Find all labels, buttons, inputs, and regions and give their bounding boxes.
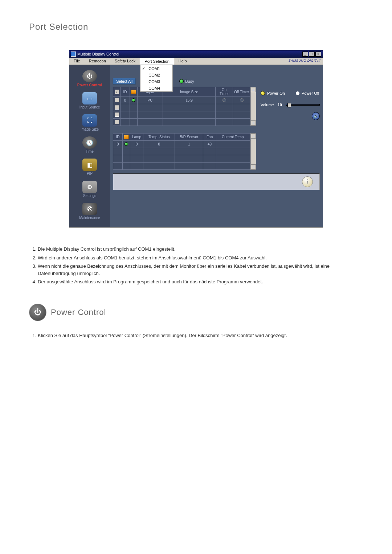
sidebar-item-power-control[interactable]: ⏻ Power Control [69, 69, 110, 91]
scroll-down-button[interactable]: ▼ [251, 164, 256, 169]
port-option-com1[interactable]: ✓ COM1 [140, 65, 172, 72]
select-all-checkbox[interactable] [115, 90, 119, 94]
table-row[interactable]: 0 0 0 1 49 [113, 141, 250, 148]
sidebar-item-input-source[interactable]: ▭ Input Source [69, 91, 110, 113]
table-row[interactable] [113, 148, 250, 155]
port-option-com4[interactable]: COM4 [140, 85, 172, 91]
menu-remocon[interactable]: Remocon [85, 58, 110, 65]
sidebar-label: Maintenance [69, 216, 110, 220]
menu-file[interactable]: File [69, 58, 85, 65]
cell-temp-status: 0 [143, 141, 175, 148]
sidebar-item-maintenance[interactable]: 🛠 Maintenance [69, 201, 110, 223]
doc-list-2: Klicken Sie auf das Hauptsymbol "Power C… [29, 332, 363, 339]
clock-icon: 🕓 [82, 136, 97, 149]
power-panel: Power On Power Off Volume 10 [256, 87, 320, 170]
sidebar-item-time[interactable]: 🕓 Time [69, 135, 110, 157]
row-checkbox[interactable] [115, 112, 119, 117]
port-option-com2[interactable]: COM2 [140, 72, 172, 78]
display-table: ID Input Image Size On Timer Off Timer [113, 87, 250, 126]
col-temp-status: Temp. Status [143, 134, 175, 141]
table-row[interactable] [113, 104, 250, 111]
table-row[interactable]: 0 PC 16:9 [113, 97, 250, 104]
col-fan: Fan [203, 134, 216, 141]
power-on-dot-icon [261, 91, 265, 95]
sidebar-item-pip[interactable]: ◧ PIP [69, 157, 110, 179]
table-row[interactable] [113, 119, 250, 126]
app-icon [71, 52, 76, 57]
sidebar-label: Settings [69, 194, 110, 198]
col-current-temp: Current Temp. [216, 134, 250, 141]
port-dropdown: ✓ COM1 COM2 COM3 COM4 [140, 65, 173, 92]
volume-slider[interactable] [286, 104, 320, 106]
section-title-text: Power Control [51, 308, 106, 317]
scroll-down-button[interactable]: ▼ [251, 120, 256, 126]
menubar: File Remocon Safety Lock Port Selection … [69, 58, 323, 65]
input-icon: ▭ [82, 92, 97, 104]
power-off-radio-icon [296, 91, 299, 95]
minimize-button[interactable]: _ [302, 52, 308, 57]
menu-safety-lock[interactable]: Safety Lock [110, 58, 140, 65]
cell-lamp: 0 [130, 141, 143, 148]
power-on-button[interactable]: Power On [261, 91, 285, 95]
menu-port-selection-label: Port Selection [144, 59, 169, 63]
sidebar-item-image-size[interactable]: ⛶ Image Size [69, 113, 110, 135]
cell-br-sensor: 1 [175, 141, 203, 148]
info-icon: i [302, 176, 313, 187]
row-checkbox[interactable] [115, 120, 119, 124]
image-size-icon: ⛶ [82, 114, 97, 127]
window-title: Multiple Display Control [77, 52, 302, 56]
col-br-sensor: B/R Sensor [175, 134, 203, 141]
scroll-up-button[interactable]: ▲ [251, 134, 256, 139]
speaker-icon[interactable]: 🔊 [312, 112, 320, 120]
scrollbar[interactable]: ▲ ▼ [250, 87, 256, 126]
check-icon: ✓ [142, 66, 146, 71]
power-off-label: Power Off [302, 91, 319, 95]
maintenance-icon: 🛠 [82, 203, 97, 215]
cell-input: PC [138, 97, 163, 104]
slider-thumb[interactable] [287, 103, 291, 107]
list-item: Klicken Sie auf das Hauptsymbol "Power C… [38, 332, 363, 339]
list-item: Wird ein anderer Anschluss als COM1 benu… [38, 254, 363, 262]
app-window: Multiple Display Control _ □ × File Remo… [69, 50, 323, 227]
power-on-label: Power On [267, 91, 285, 95]
section-title-power-control: ⏻ Power Control [29, 304, 363, 321]
sidebar: ⏻ Power Control ▭ Input Source ⛶ Image S… [69, 65, 110, 227]
port-label: COM1 [148, 66, 160, 71]
table-row[interactable] [113, 163, 250, 170]
close-button[interactable]: × [315, 52, 321, 57]
sidebar-label: Power Control [69, 83, 110, 87]
port-option-com3[interactable]: COM3 [140, 78, 172, 85]
list-item: Der ausgewählte Anschluss wird im Progra… [38, 278, 363, 286]
page-title: Port Selection [29, 22, 363, 32]
signal-header-icon [131, 90, 136, 94]
sidebar-label: Image Size [69, 127, 110, 131]
menu-help[interactable]: Help [174, 58, 191, 65]
scroll-up-button[interactable]: ▲ [251, 87, 256, 92]
status-table: ID Lamp Temp. Status B/R Sensor Fan Curr… [113, 133, 250, 170]
busy-dot-icon [179, 79, 184, 83]
brand-label: SAMSUNG DIGITall [289, 59, 320, 62]
cell-image-size: 16:9 [163, 97, 216, 104]
off-timer-icon [240, 98, 244, 102]
table-row[interactable] [113, 111, 250, 119]
select-all-button[interactable]: Select All [113, 78, 136, 85]
menu-port-selection[interactable]: Port Selection ✓ COM1 COM2 COM3 COM4 [140, 58, 174, 65]
maximize-button[interactable]: □ [309, 52, 315, 57]
gear-icon: ⚙ [82, 181, 97, 193]
busy-indicator: Busy [179, 79, 194, 83]
pip-icon: ◧ [82, 159, 97, 171]
power-icon: ⏻ [29, 304, 46, 321]
row-checkbox[interactable] [115, 105, 119, 110]
power-icon: ⏻ [82, 70, 97, 82]
sidebar-item-settings[interactable]: ⚙ Settings [69, 179, 110, 201]
status-dot-icon [132, 98, 135, 102]
list-item: Die Multiple Display Control ist ursprün… [38, 246, 363, 253]
col-on-timer: On Timer [216, 87, 233, 97]
doc-list-1: Die Multiple Display Control ist ursprün… [29, 246, 363, 286]
busy-label: Busy [185, 79, 194, 83]
titlebar: Multiple Display Control _ □ × [69, 50, 323, 58]
table-row[interactable] [113, 155, 250, 163]
scrollbar[interactable]: ▲ ▼ [250, 133, 256, 170]
row-checkbox[interactable] [115, 98, 119, 102]
power-off-button[interactable]: Power Off [296, 91, 319, 95]
